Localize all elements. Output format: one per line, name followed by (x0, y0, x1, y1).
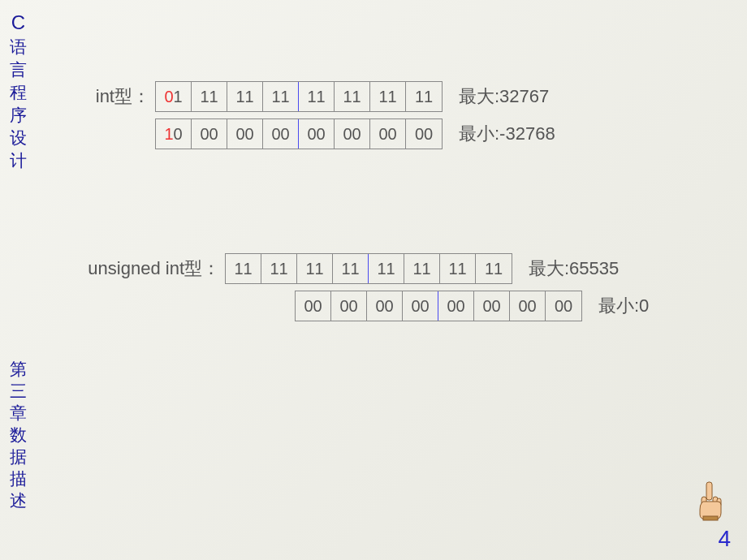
sidebar-char: 序 (10, 104, 27, 127)
sidebar-char: 章 (10, 402, 27, 424)
uint-row-min: 0000000000000000 最小:0 (123, 291, 719, 321)
byte-cell: 11 (440, 254, 476, 283)
sidebar: C 语言程序设计 第三章数据描述 (0, 0, 37, 560)
sidebar-char: 计 (10, 149, 27, 172)
byte-cell: 11 (192, 82, 227, 111)
sidebar-char: 据 (10, 446, 27, 467)
int-row-min: 1000000000000000 最小:-32768 (53, 118, 719, 149)
int-row-max: int型： 0111111111111111 最大:32767 (53, 81, 719, 112)
sidebar-char: 描 (10, 467, 27, 489)
byte-cell: 00 (299, 119, 335, 149)
bit-value: 1 (174, 88, 183, 106)
byte-cell: 00 (370, 119, 406, 149)
byte-cell: 00 (438, 291, 474, 321)
uint-bytes-min: 0000000000000000 (295, 291, 582, 321)
sign-bit: 0 (164, 88, 173, 106)
uint-row-max: unsigned int型： 1111111111111111 最大:65535 (53, 253, 719, 284)
int-max-label: 最大:32767 (459, 84, 549, 109)
sidebar-char: 三 (10, 380, 27, 402)
int-bytes-min: 1000000000000000 (155, 118, 443, 149)
byte-cell: 00 (474, 291, 510, 321)
byte-cell: 11 (404, 254, 440, 283)
int-min-label: 最小:-32768 (459, 122, 555, 146)
sidebar-subtitle: 语言程序设计 (10, 36, 27, 172)
byte-cell: 11 (299, 82, 335, 111)
byte-cell: 00 (406, 119, 442, 149)
svg-rect-0 (706, 482, 712, 500)
byte-cell: 11 (335, 82, 370, 111)
byte-cell: 00 (192, 119, 227, 149)
int-label: int型： (53, 84, 150, 109)
byte-cell: 11 (369, 254, 404, 283)
byte-cell: 00 (546, 291, 581, 321)
hand-icon (695, 480, 724, 521)
byte-cell: 00 (403, 291, 438, 321)
sign-bit: 1 (164, 125, 173, 144)
sidebar-char: 第 (10, 358, 27, 380)
byte-cell: 11 (261, 254, 297, 283)
byte-cell: 11 (226, 254, 261, 283)
int-bytes-max: 0111111111111111 (155, 81, 443, 112)
uint-bytes-max: 1111111111111111 (225, 253, 512, 284)
byte-cell: 00 (331, 291, 367, 321)
sidebar-char: 语 (10, 36, 27, 58)
byte-cell: 11 (476, 254, 512, 283)
uint-max-label: 最大:65535 (529, 256, 619, 281)
byte-cell: 01 (156, 82, 192, 111)
byte-cell: 11 (370, 82, 406, 111)
byte-cell: 00 (263, 119, 299, 149)
byte-cell: 11 (333, 254, 369, 283)
byte-cell: 00 (367, 291, 403, 321)
byte-cell: 00 (296, 291, 331, 321)
byte-cell: 11 (227, 82, 263, 111)
byte-cell: 11 (406, 82, 442, 111)
sidebar-char: 言 (10, 58, 27, 81)
main-content: int型： 0111111111111111 最大:32767 10000000… (53, 81, 719, 328)
sidebar-char: 程 (10, 81, 27, 104)
sidebar-chapter: 第三章数据描述 (10, 358, 27, 511)
sidebar-c: C (10, 10, 27, 36)
page-number: 4 (718, 526, 731, 552)
uint-min-label: 最小:0 (598, 294, 649, 318)
byte-cell: 00 (227, 119, 263, 149)
byte-cell: 10 (156, 119, 192, 149)
byte-cell: 11 (297, 254, 333, 283)
byte-cell: 11 (263, 82, 299, 111)
byte-cell: 00 (335, 119, 370, 149)
uint-label: unsigned int型： (53, 256, 220, 281)
sidebar-char: 述 (10, 489, 27, 511)
bit-value: 0 (174, 125, 183, 144)
sidebar-char: 设 (10, 127, 27, 149)
sidebar-char: 数 (10, 424, 27, 446)
byte-cell: 00 (510, 291, 546, 321)
spacer (53, 156, 719, 253)
sidebar-title-block: C 语言程序设计 (10, 10, 27, 172)
svg-rect-4 (703, 516, 718, 520)
